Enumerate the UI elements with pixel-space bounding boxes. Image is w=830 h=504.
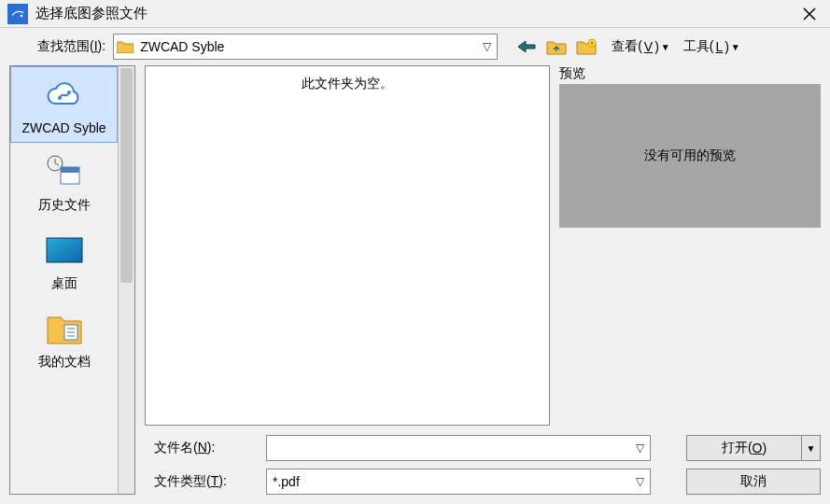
filetype-label: 文件类型(T): — [145, 473, 257, 490]
sidebar-scrollbar[interactable] — [118, 66, 134, 494]
new-folder-button[interactable] — [574, 35, 598, 58]
sidebar-item-history[interactable]: 历史文件 — [10, 143, 118, 221]
dialog-window: 选择底图参照文件 查找范围(I): ZWCAD Syble ▽ — [0, 0, 830, 504]
places-sidebar: ZWCAD Syble 历史文件 桌面 — [9, 65, 135, 495]
sidebar-item-label: 桌面 — [51, 275, 77, 292]
titlebar: 选择底图参照文件 — [0, 0, 830, 28]
sidebar-item-label: 我的文档 — [38, 354, 91, 371]
documents-icon — [42, 309, 87, 348]
places-list: ZWCAD Syble 历史文件 桌面 — [10, 66, 118, 494]
history-icon — [42, 152, 87, 191]
app-icon — [7, 4, 28, 24]
filename-label: 文件名(N): — [145, 440, 257, 456]
range-label: 查找范围(I): — [37, 38, 106, 55]
topbar: 查找范围(I): ZWCAD Syble ▽ 查看(V) ▼ 工具(L) — [0, 28, 830, 65]
open-dropdown-button[interactable]: ▼ — [802, 435, 821, 461]
svg-rect-7 — [47, 238, 82, 262]
cloud-icon — [42, 76, 87, 115]
main-row: 此文件夹为空。 预览 没有可用的预览 — [145, 65, 821, 426]
close-button[interactable] — [796, 1, 823, 27]
bottom-rows: 文件名(N): ▽ 打开(O) ▼ — [145, 435, 821, 495]
dialog-body: ZWCAD Syble 历史文件 桌面 — [0, 65, 830, 504]
sidebar-item-documents[interactable]: 我的文档 — [10, 300, 118, 378]
preview-placeholder: 没有可用的预览 — [644, 147, 736, 164]
back-button[interactable] — [514, 35, 539, 58]
toolbar-icons — [514, 35, 598, 58]
filetype-select[interactable]: *.pdf ▽ — [266, 469, 651, 495]
desktop-icon — [42, 231, 87, 270]
preview-panel: 预览 没有可用的预览 — [559, 65, 821, 426]
preview-box: 没有可用的预览 — [559, 84, 821, 228]
folder-icon — [114, 40, 136, 53]
cancel-button[interactable]: 取消 — [686, 469, 821, 495]
filename-input[interactable]: ▽ — [266, 435, 651, 461]
main-area: 此文件夹为空。 预览 没有可用的预览 文件名(N): ▽ — [145, 65, 821, 495]
open-button[interactable]: 打开(O) — [686, 435, 802, 461]
filetype-value: *.pdf — [267, 474, 629, 489]
range-value: ZWCAD Syble — [136, 39, 476, 54]
sidebar-item-label: 历史文件 — [38, 197, 91, 214]
view-menu[interactable]: 查看(V) ▼ — [612, 38, 670, 55]
dialog-title: 选择底图参照文件 — [35, 5, 796, 22]
folder-new-icon — [576, 38, 597, 55]
chevron-down-icon[interactable]: ▽ — [629, 441, 650, 455]
up-folder-button[interactable] — [544, 35, 569, 58]
close-icon — [803, 7, 816, 21]
sidebar-item-label: ZWCAD Syble — [21, 120, 106, 135]
file-list[interactable]: 此文件夹为空。 — [145, 65, 550, 426]
scrollbar-thumb[interactable] — [120, 68, 133, 283]
chevron-down-icon: ▼ — [661, 42, 670, 52]
tools-menu[interactable]: 工具(L) ▼ — [683, 38, 740, 55]
chevron-down-icon[interactable]: ▽ — [476, 40, 497, 53]
sidebar-item-zwcad-syble[interactable]: ZWCAD Syble — [10, 66, 118, 143]
filename-row: 文件名(N): ▽ 打开(O) ▼ — [145, 435, 821, 461]
preview-label: 预览 — [559, 65, 821, 82]
sidebar-item-desktop[interactable]: 桌面 — [10, 221, 118, 300]
svg-rect-6 — [61, 167, 79, 173]
folder-up-icon — [546, 38, 567, 55]
empty-folder-text: 此文件夹为空。 — [302, 76, 393, 425]
arrow-left-icon — [516, 39, 537, 54]
range-select[interactable]: ZWCAD Syble ▽ — [113, 34, 498, 60]
chevron-down-icon: ▼ — [731, 42, 740, 52]
svg-point-0 — [21, 14, 23, 17]
chevron-down-icon[interactable]: ▽ — [629, 475, 650, 488]
filetype-row: 文件类型(T): *.pdf ▽ 取消 — [145, 469, 821, 495]
